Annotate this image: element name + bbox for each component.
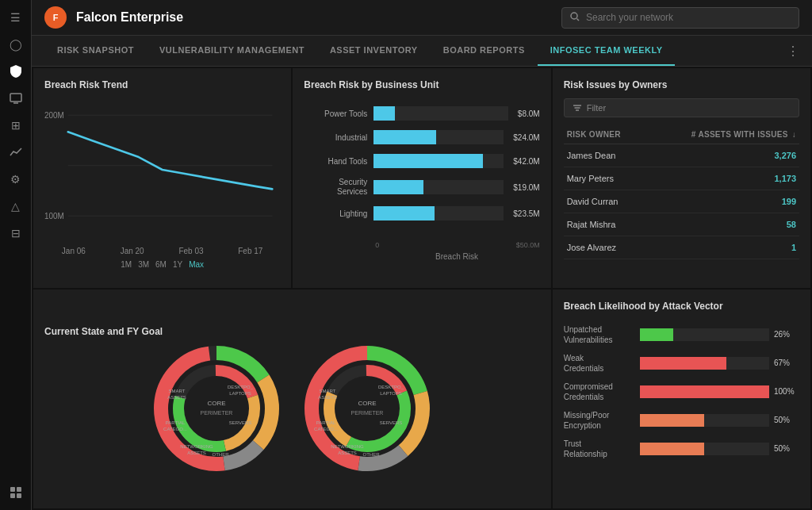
svg-text:SMART: SMART: [320, 389, 336, 393]
svg-rect-4: [10, 493, 15, 498]
likelihood-fill-1: [640, 357, 726, 370]
likelihood-pct-2: 100%: [774, 387, 799, 396]
sidebar-tiles-icon[interactable]: ⊟: [5, 222, 27, 244]
owner-2: David Curran: [564, 190, 647, 213]
tab-asset-inventory[interactable]: ASSET INVENTORY: [317, 36, 431, 66]
tab-risk-snapshot[interactable]: RISK SNAPSHOT: [44, 36, 147, 66]
search-bar[interactable]: [561, 7, 799, 29]
bar-fill-4: [373, 206, 435, 220]
col-assets[interactable]: # ASSETS WITH ISSUES ↓: [646, 125, 799, 144]
svg-text:NETWORKING: NETWORKING: [331, 444, 365, 449]
svg-text:PERIMETER: PERIMETER: [201, 410, 233, 416]
likelihood-row-0: UnpatchedVulnerabilities 26%: [564, 324, 799, 345]
likelihood-fill-4: [640, 443, 705, 455]
bar-row-lighting: Lighting $23.5M: [304, 206, 539, 220]
likelihood-row-4: TrustRelationship 50%: [564, 439, 799, 459]
svg-text:DESKTPO_: DESKTPO_: [228, 385, 254, 389]
likelihood-track-0: [640, 328, 769, 341]
sidebar-triangle-icon[interactable]: △: [5, 195, 27, 217]
breach-risk-trend-title: Breach Risk Trend: [44, 79, 280, 90]
svg-text:$200M: $200M: [44, 111, 64, 120]
svg-text:OTHER: OTHER: [213, 452, 230, 457]
filter-1y[interactable]: 1Y: [173, 260, 182, 269]
filter-max[interactable]: Max: [189, 260, 204, 269]
bar-label-1: Industrial: [304, 133, 367, 142]
trend-chart-svg: $200M $100M: [44, 98, 280, 241]
tab-board-reports[interactable]: BOARD REPORTS: [431, 36, 538, 66]
breach-likelihood-title: Breach Likelihood by Attack Vector: [564, 301, 799, 312]
table-row: Mary Peters 1,173: [564, 167, 799, 190]
current-state-title: Current State and FY Goal: [44, 326, 540, 337]
count-2: 199: [646, 190, 799, 213]
svg-text:DESKTPO_: DESKTPO_: [378, 385, 404, 389]
svg-text:SERVERS: SERVERS: [380, 420, 403, 425]
likelihood-label-3: Missing/PoorEncryption: [564, 410, 635, 431]
x-label-feb03: Feb 03: [178, 247, 203, 255]
filter-3m[interactable]: 3M: [138, 260, 149, 269]
sidebar-grid-icon[interactable]: ⊞: [5, 114, 27, 136]
bar-value-0: $8.0M: [518, 109, 540, 118]
filter-1m[interactable]: 1M: [121, 260, 132, 269]
owner-1: Mary Peters: [564, 167, 647, 190]
donut-current: CORE PERIMETER SMART ASSETS PARTIAL CATE…: [153, 345, 280, 472]
svg-text:NETWORKING: NETWORKING: [181, 444, 214, 449]
risk-issues-title: Risk Issues by Owners: [564, 79, 799, 90]
likelihood-label-2: CompromisedCredentials: [564, 382, 635, 402]
risk-table: RISK OWNER # ASSETS WITH ISSUES ↓ James …: [564, 125, 799, 259]
svg-text:LAPTOPS: LAPTOPS: [381, 391, 403, 396]
sidebar-bottom-icon[interactable]: [5, 481, 27, 504]
tab-vulnerability[interactable]: VULNERABILITY MANAGEMENT: [147, 36, 317, 66]
risk-issues-panel: Risk Issues by Owners Filter RISK OWNER …: [553, 68, 810, 288]
bar-value-3: $19.0M: [513, 183, 539, 192]
likelihood-label-0: UnpatchedVulnerabilities: [564, 324, 635, 345]
sidebar-monitor-icon[interactable]: [5, 87, 27, 109]
sidebar-shield-icon[interactable]: [5, 60, 27, 82]
filter-bar[interactable]: Filter: [564, 98, 799, 117]
time-filters: 1M 3M 6M 1Y Max: [44, 260, 280, 269]
bar-fill-1: [373, 130, 436, 144]
bar-fill-2: [373, 154, 483, 168]
bar-x-label: Breach Risk: [304, 252, 539, 261]
col-risk-owner[interactable]: RISK OWNER: [564, 125, 647, 144]
likelihood-fill-0: [640, 328, 673, 341]
content-grid: Breach Risk Trend $200M $100M Jan 06 Jan…: [32, 67, 812, 510]
bar-value-2: $42.0M: [513, 157, 539, 166]
bar-label-0: Power Tools: [304, 109, 367, 118]
likelihood-label-4: TrustRelationship: [564, 439, 635, 459]
likelihood-track-1: [640, 357, 769, 370]
likelihood-row-1: WeakCredentials 67%: [564, 353, 799, 374]
svg-rect-3: [17, 487, 21, 492]
likelihood-pct-0: 26%: [774, 330, 799, 339]
svg-point-8: [571, 13, 577, 19]
sidebar-menu-icon[interactable]: ☰: [5, 6, 27, 29]
axis-end: $50.0M: [516, 241, 540, 249]
svg-text:CORE: CORE: [208, 400, 226, 407]
search-input[interactable]: [586, 12, 791, 23]
breach-risk-bu-panel: Breach Risk by Business Unit Power Tools…: [293, 68, 550, 288]
nav-more-dots[interactable]: ⋮: [787, 44, 799, 59]
svg-text:CORE: CORE: [358, 400, 377, 407]
likelihood-fill-2: [640, 385, 769, 398]
sidebar-circle-icon[interactable]: ◯: [5, 33, 27, 56]
likelihood-pct-3: 50%: [774, 416, 799, 424]
svg-text:SERVERS: SERVERS: [229, 420, 252, 425]
count-4: 1: [646, 236, 799, 259]
svg-text:$100M: $100M: [44, 212, 64, 220]
topbar: F Falcon Enterprise: [32, 0, 812, 36]
breach-risk-trend-panel: Breach Risk Trend $200M $100M Jan 06 Jan…: [33, 68, 291, 288]
tab-infosec[interactable]: INFOSEC TEAM WEEKLY: [538, 36, 676, 66]
svg-text:F: F: [53, 13, 59, 22]
bar-row-industrial: Industrial $24.0M: [304, 130, 539, 144]
svg-text:PARTIAL: PARTIAL: [166, 420, 186, 425]
breach-risk-bu-title: Breach Risk by Business Unit: [304, 79, 539, 90]
bar-track-3: [373, 180, 504, 194]
sidebar-gear-icon[interactable]: ⚙: [5, 168, 27, 190]
bar-track-4: [373, 206, 504, 220]
filter-6m[interactable]: 6M: [155, 260, 167, 269]
svg-rect-2: [10, 487, 15, 492]
sidebar-trend-icon[interactable]: [5, 141, 27, 163]
current-state-panel: Current State and FY Goal: [33, 290, 551, 509]
count-3: 58: [646, 213, 799, 236]
svg-rect-5: [17, 493, 21, 498]
bar-label-2: Hand Tools: [304, 157, 367, 166]
